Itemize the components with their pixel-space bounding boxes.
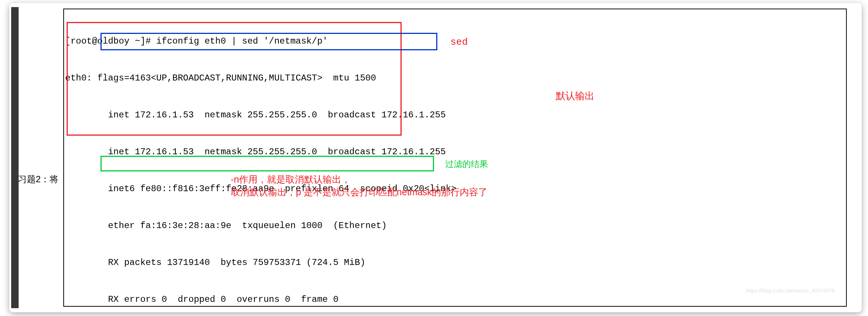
annotation-filtered-result: 过滤的结果 (445, 158, 488, 170)
output-line: ether fa:16:3e:28:aa:9e txqueuelen 1000 … (65, 219, 845, 232)
exercise-label: 习题2：将 (18, 173, 58, 185)
annotation-sed-label: sed (450, 37, 468, 48)
annotation-n-explain-2: 取消默认输出，p 是不是就只会打印匹配netmask的那行内容了 (231, 186, 488, 198)
output-line: inet 172.16.1.53 netmask 255.255.255.0 b… (65, 146, 845, 158)
left-margin-bar (11, 7, 19, 308)
output-line: inet 172.16.1.53 netmask 255.255.255.0 b… (65, 109, 845, 121)
output-line: RX errors 0 dropped 0 overruns 0 frame 0 (65, 293, 845, 306)
annotation-default-output: 默认输出 (556, 89, 594, 102)
output-line: eth0: flags=4163<UP,BROADCAST,RUNNING,MU… (65, 72, 845, 84)
command-text: ifconfig eth0 | sed '/netmask/p' (156, 36, 328, 46)
output-line: RX packets 13719140 bytes 759753371 (724… (65, 256, 845, 269)
prompt: [root@oldboy ~]# (65, 36, 156, 46)
watermark-text: https://blog.csdn.net/weixin_45574576 (746, 288, 835, 294)
annotation-n-explain-1: -n作用，就是取消默认输出， (231, 173, 351, 186)
